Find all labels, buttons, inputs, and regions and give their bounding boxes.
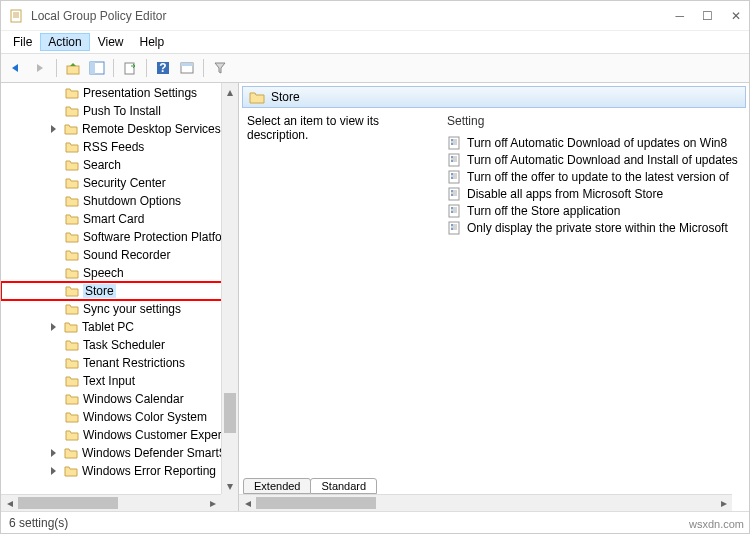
setting-item[interactable]: Turn off Automatic Download and Install … — [447, 151, 746, 168]
up-button[interactable] — [62, 57, 84, 79]
tree-item[interactable]: Windows Customer Experience — [1, 426, 238, 444]
help-button[interactable]: ? — [152, 57, 174, 79]
tree-item-label: Windows Defender SmartScreen — [82, 446, 238, 460]
setting-item[interactable]: Turn off the offer to update to the late… — [447, 168, 746, 185]
horizontal-scrollbar[interactable]: ◂ ▸ — [239, 494, 732, 511]
folder-icon — [65, 303, 79, 315]
tree-item[interactable]: Sync your settings — [1, 300, 238, 318]
tab-extended[interactable]: Extended — [243, 478, 311, 494]
setting-item[interactable]: Only display the private store within th… — [447, 219, 746, 236]
policy-icon — [447, 187, 461, 201]
setting-label: Turn off the offer to update to the late… — [467, 170, 729, 184]
scroll-thumb[interactable] — [256, 497, 376, 509]
svg-point-23 — [451, 160, 453, 162]
details-header: Store — [242, 86, 746, 108]
export-button[interactable] — [119, 57, 141, 79]
tree-item-label: Task Scheduler — [83, 338, 165, 352]
folder-icon — [65, 357, 79, 369]
horizontal-scrollbar[interactable]: ◂ ▸ — [1, 494, 221, 511]
tree-item[interactable]: Smart Card — [1, 210, 238, 228]
svg-point-40 — [451, 207, 453, 209]
setting-item[interactable]: Disable all apps from Microsoft Store — [447, 185, 746, 202]
app-icon — [9, 8, 25, 24]
tree-item[interactable]: Task Scheduler — [1, 336, 238, 354]
settings-header[interactable]: Setting — [447, 114, 746, 134]
folder-icon — [65, 249, 79, 261]
tree-item[interactable]: Search — [1, 156, 238, 174]
menu-view[interactable]: View — [90, 33, 132, 51]
folder-icon — [65, 429, 79, 441]
tree-item[interactable]: Sound Recorder — [1, 246, 238, 264]
back-button[interactable] — [5, 57, 27, 79]
scroll-left-icon[interactable]: ◂ — [1, 495, 18, 511]
menu-file[interactable]: File — [5, 33, 40, 51]
tree-item[interactable]: Tenant Restrictions — [1, 354, 238, 372]
window-title: Local Group Policy Editor — [31, 9, 675, 23]
tree-item[interactable]: Speech — [1, 264, 238, 282]
folder-icon — [65, 177, 79, 189]
tree-item-label: Search — [83, 158, 121, 172]
scroll-right-icon[interactable]: ▸ — [204, 495, 221, 511]
tree-item[interactable]: Remote Desktop Services — [1, 120, 238, 138]
tree-item-label: Shutdown Options — [83, 194, 181, 208]
setting-label: Turn off the Store application — [467, 204, 620, 218]
tree-item[interactable]: Windows Defender SmartScreen — [1, 444, 238, 462]
setting-label: Only display the private store within th… — [467, 221, 728, 235]
scroll-left-icon[interactable]: ◂ — [239, 495, 256, 511]
menu-help[interactable]: Help — [132, 33, 173, 51]
tree-item[interactable]: Security Center — [1, 174, 238, 192]
tree-item[interactable]: Push To Install — [1, 102, 238, 120]
scroll-up-icon[interactable]: ▴ — [222, 83, 238, 100]
description-text: Select an item to view its description. — [247, 114, 439, 142]
forward-button[interactable] — [29, 57, 51, 79]
details-title: Store — [271, 90, 300, 104]
tree-item-label: Sync your settings — [83, 302, 181, 316]
folder-icon — [64, 465, 78, 477]
tree-item-label: RSS Feeds — [83, 140, 144, 154]
minimize-button[interactable]: ─ — [675, 9, 684, 23]
tree-item[interactable]: Shutdown Options — [1, 192, 238, 210]
folder-icon — [65, 195, 79, 207]
folder-icon — [65, 267, 79, 279]
setting-item[interactable]: Turn off Automatic Download of updates o… — [447, 134, 746, 151]
tree-item-label: Tenant Restrictions — [83, 356, 185, 370]
tree-item[interactable]: Text Input — [1, 372, 238, 390]
svg-rect-18 — [449, 154, 459, 166]
tree-item[interactable]: Windows Calendar — [1, 390, 238, 408]
tree-item[interactable]: Store — [1, 282, 238, 300]
tree-item-label: Security Center — [83, 176, 166, 190]
tree-item[interactable]: Windows Error Reporting — [1, 462, 238, 480]
tabs: Extended Standard — [239, 474, 749, 494]
tree-item[interactable]: Software Protection Platform — [1, 228, 238, 246]
maximize-button[interactable]: ☐ — [702, 9, 713, 23]
setting-label: Turn off Automatic Download and Install … — [467, 153, 738, 167]
tree-item-label: Push To Install — [83, 104, 161, 118]
show-hide-tree-button[interactable] — [86, 57, 108, 79]
scroll-right-icon[interactable]: ▸ — [715, 495, 732, 511]
separator — [56, 59, 57, 77]
scroll-down-icon[interactable]: ▾ — [222, 477, 238, 494]
titlebar: Local Group Policy Editor ─ ☐ ✕ — [1, 1, 749, 31]
scroll-thumb[interactable] — [18, 497, 118, 509]
properties-button[interactable] — [176, 57, 198, 79]
tree[interactable]: Presentation SettingsPush To InstallRemo… — [1, 83, 238, 511]
tab-standard[interactable]: Standard — [310, 478, 377, 494]
policy-icon — [447, 170, 461, 184]
svg-rect-6 — [90, 62, 95, 74]
menu-action[interactable]: Action — [40, 33, 89, 51]
vertical-scrollbar[interactable]: ▴ ▾ — [221, 83, 238, 494]
setting-item[interactable]: Turn off the Store application — [447, 202, 746, 219]
filter-button[interactable] — [209, 57, 231, 79]
menubar: File Action View Help — [1, 31, 749, 53]
folder-icon — [64, 447, 78, 459]
tree-item-label: Presentation Settings — [83, 86, 197, 100]
folder-icon — [65, 141, 79, 153]
svg-rect-0 — [11, 10, 21, 22]
tree-item[interactable]: Presentation Settings — [1, 84, 238, 102]
close-button[interactable]: ✕ — [731, 9, 741, 23]
tree-item[interactable]: Tablet PC — [1, 318, 238, 336]
tree-item[interactable]: Windows Color System — [1, 408, 238, 426]
tree-item[interactable]: RSS Feeds — [1, 138, 238, 156]
svg-rect-11 — [181, 63, 193, 66]
scroll-thumb[interactable] — [224, 393, 236, 433]
